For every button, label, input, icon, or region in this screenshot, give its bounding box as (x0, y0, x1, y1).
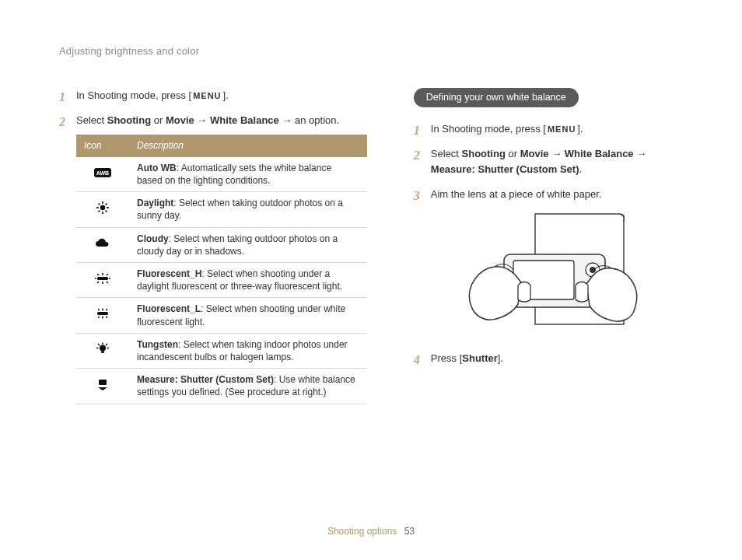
term-white-balance: White Balance (210, 114, 279, 126)
cell-icon (76, 298, 129, 333)
awb-icon: AWB (93, 165, 113, 180)
footer-section: Shooting options (327, 526, 397, 537)
text: Select (76, 114, 107, 126)
cell-desc: Measure: Shutter (Custom Set): Use white… (129, 369, 367, 404)
cell-desc: Tungsten: Select when taking indoor phot… (129, 333, 367, 368)
term-shooting: Shooting (107, 114, 151, 126)
svg-rect-20 (97, 312, 108, 315)
text: ]. (577, 123, 583, 135)
term-shooting: Shooting (462, 148, 506, 159)
fluorescent-h-icon (93, 271, 113, 286)
right-step-1: In Shooting mode, press [MENU]. (414, 121, 691, 137)
page-footer: Shooting options 53 (0, 526, 742, 537)
term: Tungsten (137, 339, 178, 350)
table-row: Measure: Shutter (Custom Set): Use white… (76, 369, 367, 404)
svg-line-7 (99, 204, 100, 205)
cell-desc: Auto WB: Automatically sets the white ba… (129, 157, 367, 192)
term: Measure: Shutter (Custom Set) (137, 374, 274, 385)
cell-icon (76, 192, 129, 227)
section-pill: Defining your own white balance (414, 88, 579, 107)
text: In Shooting mode, press [ (76, 89, 191, 101)
left-step-2: Select Shooting or Movie → White Balance… (59, 113, 367, 404)
cell-icon: AWB (76, 157, 129, 192)
table-row: AWB Auto WB: Automatically sets the whit… (76, 157, 367, 192)
svg-text:AWB: AWB (96, 170, 109, 176)
fluorescent-l-icon (93, 306, 113, 321)
text: ]. (498, 352, 503, 364)
right-step-4: Press [Shutter]. (414, 351, 691, 366)
term-movie: Movie (520, 148, 549, 159)
svg-point-27 (100, 345, 106, 351)
text: → (634, 148, 647, 159)
svg-line-16 (97, 282, 99, 283)
cell-icon (76, 333, 129, 368)
term: Cloudy (137, 233, 169, 244)
right-step-3: Aim the lens at a piece of white paper. (414, 187, 691, 339)
term: Auto WB (137, 163, 177, 173)
text: or (151, 114, 166, 126)
menu-chip: MENU (546, 123, 577, 136)
text: → (194, 114, 210, 126)
svg-rect-11 (97, 277, 108, 280)
table-row: Daylight: Select when taking outdoor pho… (76, 192, 367, 227)
cell-icon (76, 369, 129, 404)
cell-desc: Cloudy: Select when taking outdoor photo… (129, 227, 367, 262)
daylight-icon (93, 200, 113, 215)
cell-desc: Fluorescent_L: Select when shooting unde… (129, 298, 367, 333)
cloudy-icon (93, 236, 113, 251)
svg-line-31 (98, 344, 100, 345)
text: → (549, 148, 565, 159)
text: Press [ (431, 352, 462, 364)
left-step-1: In Shooting mode, press [MENU]. (59, 88, 367, 103)
text: Aim the lens at a piece of white paper. (431, 188, 602, 200)
right-column: Defining your own white balance In Shoot… (414, 88, 691, 414)
svg-rect-34 (99, 380, 107, 385)
cell-desc: Fluorescent_H: Select when shooting unde… (129, 263, 367, 298)
text: Select (431, 148, 462, 159)
svg-rect-28 (101, 351, 103, 353)
right-step-2: Select Shooting or Movie → White Balance… (414, 146, 691, 177)
cell-icon (76, 227, 129, 262)
th-icon: Icon (76, 135, 129, 157)
svg-line-14 (97, 274, 99, 275)
svg-line-9 (106, 204, 107, 205)
left-column: In Shooting mode, press [MENU]. Select S… (59, 88, 367, 414)
term-movie: Movie (166, 114, 194, 126)
menu-chip: MENU (191, 89, 222, 103)
svg-line-17 (107, 282, 108, 283)
svg-line-15 (107, 274, 108, 275)
text: → an option. (279, 114, 339, 126)
footer-page-number: 53 (404, 526, 415, 537)
svg-line-10 (99, 211, 100, 212)
text: In Shooting mode, press [ (431, 123, 546, 135)
table-row: Cloudy: Select when taking outdoor photo… (76, 227, 367, 262)
term-shutter: Shutter (462, 352, 498, 364)
cell-desc: Daylight: Select when taking outdoor pho… (129, 192, 367, 227)
svg-point-38 (590, 267, 596, 273)
term: Fluorescent_L (137, 303, 201, 314)
custom-set-icon (93, 376, 113, 392)
cell-icon (76, 263, 129, 298)
illustration-hands-camera-paper (443, 208, 661, 340)
th-description: Description (129, 135, 367, 157)
svg-line-8 (106, 211, 107, 212)
term-measure: Measure: Shutter (Custom Set) (431, 163, 579, 175)
tungsten-icon (93, 341, 113, 357)
section-title: Adjusting brightness and color (59, 45, 691, 57)
table-row: Fluorescent_H: Select when shooting unde… (76, 263, 367, 298)
svg-point-2 (100, 205, 105, 210)
table-row: Tungsten: Select when taking indoor phot… (76, 333, 367, 368)
table-row: Fluorescent_L: Select when shooting unde… (76, 298, 367, 333)
text: . (579, 163, 583, 175)
term: Fluorescent_H (137, 268, 201, 279)
term-white-balance: White Balance (565, 148, 634, 159)
text: or (506, 148, 520, 159)
svg-line-32 (106, 344, 107, 345)
term: Daylight (137, 198, 173, 208)
white-balance-table: Icon Description AWB Auto WB: Automatica… (76, 135, 367, 404)
text: ]. (223, 89, 229, 101)
